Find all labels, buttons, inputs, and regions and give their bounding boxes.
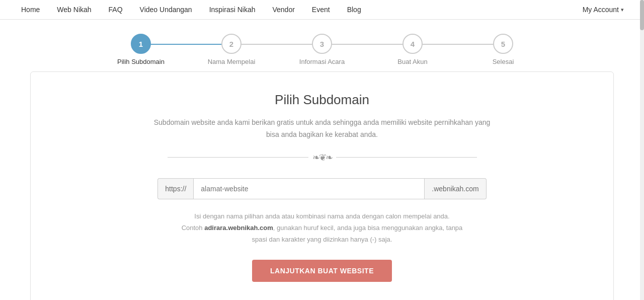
step-label-2: Nama Mempelai bbox=[208, 58, 256, 65]
step-1: 1 Pilih Subdomain bbox=[96, 34, 186, 65]
step-circle-4: 4 bbox=[403, 34, 423, 54]
step-3: 3 Informasi Acara bbox=[277, 34, 367, 65]
scrollbar-thumb[interactable] bbox=[640, 0, 644, 30]
step-label-4: Buat Akun bbox=[397, 58, 427, 65]
step-circle-5: 5 bbox=[493, 34, 513, 54]
hint-line2: , gunakan huruf kecil, anda juga bisa me… bbox=[273, 224, 463, 232]
step-label-1: Pilih Subdomain bbox=[117, 58, 165, 65]
divider-line-right bbox=[336, 157, 477, 158]
step-label-3: Informasi Acara bbox=[299, 58, 345, 65]
subtitle-line1: Subdomain website anda kami berikan grat… bbox=[154, 118, 491, 126]
hint-line1: Isi dengan nama pilihan anda atau kombin… bbox=[194, 212, 449, 220]
nav-inspirasi-nikah[interactable]: Inspirasi Nikah bbox=[208, 6, 257, 14]
card-subtitle: Subdomain website anda kami berikan grat… bbox=[61, 117, 583, 141]
nav-home[interactable]: Home bbox=[20, 6, 41, 14]
subdomain-input[interactable] bbox=[193, 178, 425, 199]
url-suffix-label: .webnikah.com bbox=[425, 178, 486, 199]
stepper: 1 Pilih Subdomain 2 Nama Mempelai 3 Info… bbox=[96, 34, 548, 65]
nav-event[interactable]: Event bbox=[311, 6, 331, 14]
stepper-container: 1 Pilih Subdomain 2 Nama Mempelai 3 Info… bbox=[0, 20, 644, 71]
url-input-row: https:// .webnikah.com bbox=[61, 178, 583, 199]
chevron-down-icon: ▾ bbox=[621, 7, 624, 13]
main-content: Pilih Subdomain Subdomain website anda k… bbox=[0, 71, 644, 300]
hint-line3: spasi dan karakter yang diizinkan hanya … bbox=[252, 236, 392, 243]
nav-blog[interactable]: Blog bbox=[346, 6, 362, 14]
step-5: 5 Selesai bbox=[458, 34, 548, 65]
continue-button[interactable]: LANJUTKAN BUAT WEBSITE bbox=[252, 260, 392, 282]
hint-text: Isi dengan nama pilihan anda atau kombin… bbox=[61, 210, 583, 246]
hint-prefix: Contoh bbox=[182, 224, 205, 232]
step-4: 4 Buat Akun bbox=[367, 34, 458, 65]
step-label-5: Selesai bbox=[493, 58, 514, 65]
hint-example: adirara.webnikah.com bbox=[204, 224, 273, 232]
nav-faq[interactable]: FAQ bbox=[108, 6, 124, 14]
navigation: Home Web Nikah FAQ Video Undangan Inspir… bbox=[0, 0, 644, 20]
step-circle-1: 1 bbox=[131, 34, 151, 54]
scrollbar[interactable] bbox=[640, 0, 644, 300]
subtitle-line2: bisa anda bagikan ke kerabat anda. bbox=[266, 130, 378, 138]
ornament-decoration: ❧❦❧ bbox=[312, 152, 332, 163]
my-account-menu[interactable]: My Account ▾ bbox=[583, 6, 624, 14]
url-prefix-label: https:// bbox=[157, 178, 193, 199]
card-title: Pilih Subdomain bbox=[61, 92, 583, 108]
nav-left: Home Web Nikah FAQ Video Undangan Inspir… bbox=[20, 6, 362, 14]
nav-vendor[interactable]: Vendor bbox=[271, 6, 295, 14]
nav-video-undangan[interactable]: Video Undangan bbox=[139, 6, 193, 14]
divider-line-left bbox=[168, 157, 308, 158]
my-account-label: My Account bbox=[583, 6, 619, 14]
nav-web-nikah[interactable]: Web Nikah bbox=[56, 6, 92, 14]
divider-ornament: ❧❦❧ bbox=[61, 152, 583, 163]
subdomain-card: Pilih Subdomain Subdomain website anda k… bbox=[30, 71, 614, 300]
step-circle-2: 2 bbox=[221, 34, 242, 54]
step-2: 2 Nama Mempelai bbox=[186, 34, 277, 65]
step-circle-3: 3 bbox=[312, 34, 332, 54]
